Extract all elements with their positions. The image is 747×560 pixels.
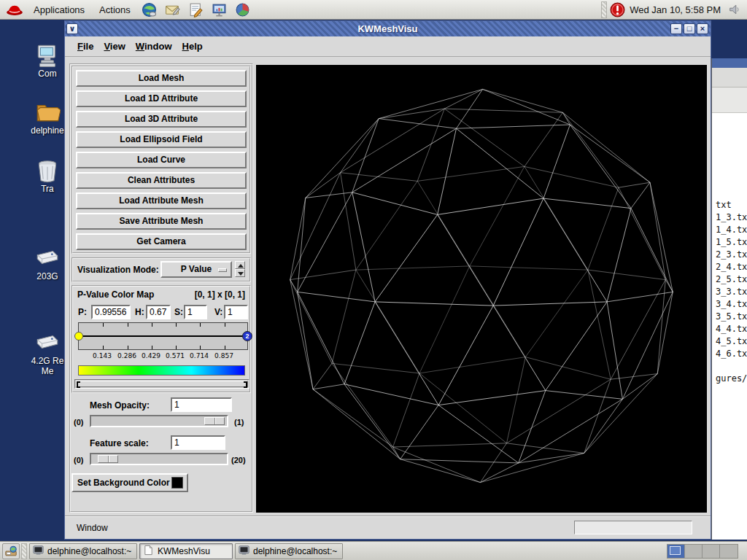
mesh-edge [344,302,375,384]
email-icon[interactable] [164,1,182,18]
impress-icon[interactable] [211,1,228,18]
button-clean-attributes[interactable]: Clean Attributes [76,172,247,189]
feature-scale-slider-thumb[interactable] [98,455,118,463]
mesh-edge [507,357,526,443]
mesh-edge [419,373,507,443]
mesh-edge [341,173,356,270]
menu-view[interactable]: View [98,39,130,54]
spinner-up-icon[interactable] [235,261,245,269]
right-control-point[interactable]: 2 [242,331,252,341]
mesh-edge [570,125,650,182]
show-desktop-button[interactable] [2,543,20,559]
window-menu-icon[interactable]: ∨ [66,23,78,34]
mesh-opacity-input[interactable] [171,397,232,412]
mesh-edge [379,119,456,129]
mesh-edge [584,379,611,453]
spinner-down-icon[interactable] [235,269,245,277]
plot-tick [103,323,104,327]
feature-scale-slider[interactable] [90,453,228,465]
workspace-4[interactable] [720,545,738,558]
panel-right-applets: Wed Jan 10, 5:58 PM [601,1,747,18]
redhat-menu-icon[interactable] [6,3,23,16]
set-background-color-button[interactable]: Set Background Color [71,473,188,492]
button-load-mesh[interactable]: Load Mesh [76,70,247,87]
mesh-edge [584,374,657,454]
button-load-3d-attribute[interactable]: Load 3D Attribute [76,111,247,128]
actions-menu[interactable]: Actions [92,4,138,15]
mesh-edge [438,198,543,214]
background-color-swatch[interactable] [171,477,183,489]
button-save-attribute-mesh[interactable]: Save Attribute Mesh [76,213,247,230]
colormap-function-plot[interactable]: 2 [78,322,248,350]
mesh-edge [313,389,393,447]
background-terminal-titlebar[interactable] [712,58,747,68]
mesh-edge [470,266,526,357]
wireframe-sphere-render[interactable] [256,65,707,513]
kwmeshvisu-window: ∨ KWMeshVisu − □ × FileViewWindowHelp Lo… [64,20,711,540]
workspace-3[interactable] [703,545,720,558]
task-button-2[interactable]: delphine@localhost:~ [235,543,343,559]
mesh-edge [607,302,622,399]
mesh-edge [607,209,631,302]
menu-help[interactable]: Help [177,39,208,54]
mesh-edge [562,112,650,182]
mesh-edge [519,453,584,463]
mesh-edge [400,459,519,463]
browser-icon[interactable] [141,1,158,18]
clock[interactable]: Wed Jan 10, 5:58 PM [630,4,721,15]
calc-icon[interactable] [234,1,252,18]
plot-tick [200,346,201,349]
colormap-scrollbar[interactable] [74,379,249,389]
terminal-icon [33,545,47,558]
menu-window[interactable]: Window [131,39,177,54]
mesh-edge [493,306,546,390]
menu-file[interactable]: File [72,39,98,54]
writer-icon[interactable] [187,1,205,18]
minimize-icon[interactable]: − [670,23,682,34]
speaker-icon[interactable] [728,3,741,16]
field-input-v[interactable] [224,305,248,319]
visualization-mode-dropdown[interactable]: P Value [160,261,232,278]
workspace-2[interactable] [685,545,703,558]
task-button-1[interactable]: KWMeshVisu [139,543,233,559]
field-input-p[interactable] [91,305,131,319]
mesh-edge [607,292,673,302]
alert-notification-icon[interactable] [610,2,625,18]
titlebar[interactable]: ∨ KWMeshVisu − □ × [65,21,711,36]
close-icon[interactable]: × [697,23,708,34]
field-input-s[interactable] [184,305,207,319]
workspace-1[interactable] [667,545,685,558]
task-button-0[interactable]: delphine@localhost:~ [29,543,137,559]
button-get-camera[interactable]: Get Camera [76,233,247,250]
left-control-point[interactable] [74,332,83,341]
gnome-top-panel: Applications Actions Wed Jan 10, 5:58 PM [0,0,747,20]
maximize-icon[interactable]: □ [684,23,695,34]
button-load-1d-attribute[interactable]: Load 1D Attribute [76,90,247,107]
mesh-edge [344,384,400,459]
visualization-mode-spinner [235,261,245,278]
mesh-edge [438,405,519,463]
progress-gauge [574,521,692,534]
feature-scale-input[interactable] [171,435,225,450]
button-load-attribute-mesh[interactable]: Load Attribute Mesh [76,192,247,209]
background-terminal-window[interactable]: txt 1_3.tx 1_4.tx 1_5.tx 2_3.tx 2_4.tx 2… [711,58,747,540]
button-load-ellipsoid-field[interactable]: Load Ellipsoid Field [76,131,247,148]
mesh-edge [438,391,546,405]
mesh-edge [306,119,379,198]
mesh-opacity-slider[interactable] [90,415,228,427]
render-viewport[interactable] [256,65,707,513]
button-load-curve[interactable]: Load Curve [76,152,247,168]
menubar: FileViewWindowHelp [65,36,711,57]
applications-menu[interactable]: Applications [26,4,92,15]
applet-drag-handle[interactable] [601,1,607,18]
scrollbar-thumb[interactable] [76,381,248,387]
mesh-edge [393,373,419,447]
taskbar-drag-handle[interactable] [21,543,27,559]
workspace-window-thumb [670,546,681,555]
mesh-edge [519,391,546,463]
mesh-opacity-slider-thumb[interactable] [204,417,225,425]
mesh-edge [400,459,481,483]
mesh-edge [313,384,344,389]
field-input-h[interactable] [146,305,171,319]
mesh-edge [611,280,665,380]
